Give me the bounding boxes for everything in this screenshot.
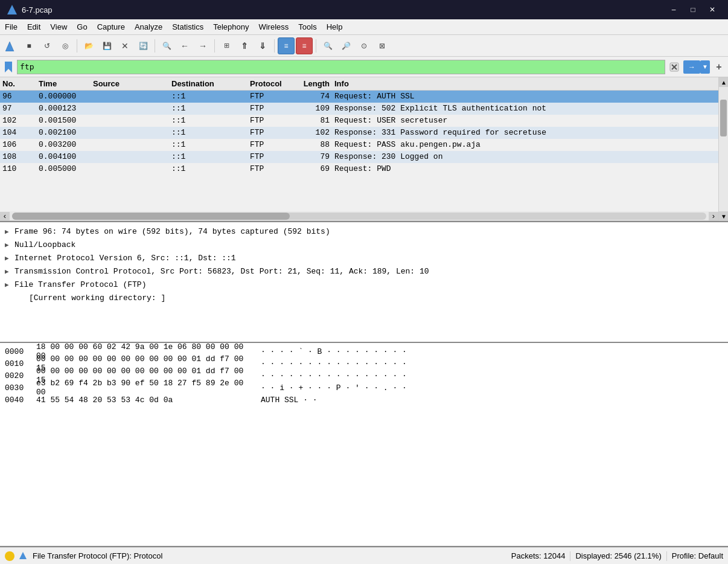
toolbar-zoom-reset-button[interactable]: ⊙ — [356, 37, 372, 54]
detail-text: File Transfer Protocol (FTP) — [14, 280, 146, 289]
cell-proto: FTP — [247, 116, 296, 125]
expand-icon[interactable]: ▶ — [5, 228, 14, 236]
cell-time: 0.000123 — [36, 104, 91, 113]
table-row[interactable]: 108 0.004100 ::1 FTP 79 Response: 230 Lo… — [0, 151, 718, 163]
cell-len: 69 — [296, 164, 332, 173]
menu-view[interactable]: View — [45, 19, 72, 34]
menu-telephony[interactable]: Telephony — [208, 19, 254, 34]
filter-add-button[interactable]: + — [712, 60, 726, 74]
cell-proto: FTP — [247, 140, 296, 149]
scroll-thumb[interactable] — [720, 100, 727, 137]
toolbar-open-button[interactable]: 📂 — [80, 37, 97, 54]
hex-row: 0030 e3 b2 69 f4 2b b3 90 ef 50 18 27 f5… — [5, 382, 723, 394]
toolbar-zoom-out-button[interactable]: 🔎 — [337, 37, 354, 54]
detail-row[interactable]: ▶Internet Protocol Version 6, Src: ::1, … — [2, 251, 726, 264]
hex-bytes: 41 55 54 48 20 53 53 4c 0d 0a — [36, 396, 254, 405]
packet-detail[interactable]: ▶Frame 96: 74 bytes on wire (592 bits), … — [0, 222, 728, 343]
cell-no: 97 — [0, 104, 36, 113]
menu-help[interactable]: Help — [322, 19, 348, 34]
table-row[interactable]: 102 0.001500 ::1 FTP 81 Request: USER se… — [0, 115, 718, 127]
toolbar-close-button[interactable]: ✕ — [117, 37, 133, 54]
cell-dst: ::1 — [169, 116, 247, 125]
toolbar-reload-button[interactable]: 🔄 — [135, 37, 152, 54]
toolbar-goto-button[interactable]: ⊞ — [218, 37, 235, 54]
toolbar-find-button[interactable]: 🔍 — [158, 37, 175, 54]
table-row[interactable]: 110 0.005000 ::1 FTP 69 Request: PWD — [0, 163, 718, 175]
menu-go[interactable]: Go — [72, 19, 92, 34]
header-no: No. — [0, 79, 36, 88]
menu-edit[interactable]: Edit — [22, 19, 45, 34]
menu-capture[interactable]: Capture — [92, 19, 130, 34]
hscroll-thumb[interactable] — [12, 213, 290, 220]
hex-offset: 0020 — [5, 371, 29, 380]
menu-analyze[interactable]: Analyze — [130, 19, 167, 34]
toolbar-resize-button[interactable]: ⊠ — [374, 37, 391, 54]
cell-dst: ::1 — [169, 152, 247, 161]
table-row[interactable]: 104 0.002100 ::1 FTP 102 Response: 331 P… — [0, 127, 718, 139]
expand-icon[interactable]: ▶ — [5, 241, 14, 249]
packet-list-scrollbar[interactable]: ▲ ▼ — [718, 77, 728, 221]
close-button[interactable]: ✕ — [704, 3, 721, 16]
minimize-button[interactable]: – — [665, 3, 682, 16]
toolbar-coloring2-button[interactable]: ≡ — [296, 37, 313, 54]
filter-input[interactable] — [17, 60, 665, 74]
packet-list-body[interactable]: 96 0.000000 ::1 FTP 74 Request: AUTH SSL… — [0, 91, 718, 211]
scroll-up-arrow[interactable]: ▲ — [719, 77, 728, 87]
toolbar-save-button[interactable]: 💾 — [98, 37, 115, 54]
cell-len: 88 — [296, 140, 332, 149]
toolbar-capture-options[interactable]: ◎ — [57, 37, 74, 54]
menu-wireless[interactable]: Wireless — [254, 19, 293, 34]
cell-info: Response: 230 Logged on — [332, 152, 718, 161]
toolbar-coloring-button[interactable]: ≡ — [278, 37, 295, 54]
cell-len: 74 — [296, 92, 332, 101]
table-row[interactable]: 96 0.000000 ::1 FTP 74 Request: AUTH SSL — [0, 91, 718, 103]
header-info: Info — [332, 79, 718, 88]
toolbar-stop-button[interactable]: ■ — [21, 37, 37, 54]
detail-row[interactable]: [Current working directory: ] — [2, 291, 726, 304]
expand-icon[interactable]: ▶ — [5, 268, 14, 275]
detail-text: Null/Loopback — [14, 240, 75, 249]
toolbar-shark-icon[interactable] — [2, 37, 19, 54]
filter-bookmark-icon — [2, 61, 14, 73]
detail-row[interactable]: ▶Frame 96: 74 bytes on wire (592 bits), … — [2, 225, 726, 238]
toolbar-back-button[interactable]: ← — [176, 37, 193, 54]
detail-row[interactable]: ▶File Transfer Protocol (FTP) — [2, 278, 726, 291]
menu-statistics[interactable]: Statistics — [167, 19, 208, 34]
toolbar-restart-button[interactable]: ↺ — [39, 37, 56, 54]
filter-apply-button[interactable]: → — [683, 60, 700, 74]
status-profile: Profile: Default — [672, 551, 723, 561]
detail-row[interactable]: ▶Null/Loopback — [2, 238, 726, 251]
table-row[interactable]: 97 0.000123 ::1 FTP 109 Response: 502 Ex… — [0, 103, 718, 115]
cell-len: 79 — [296, 152, 332, 161]
toolbar-sep-5 — [316, 39, 316, 53]
status-sep-2 — [666, 551, 667, 561]
maximize-button[interactable]: □ — [685, 3, 701, 16]
header-destination: Destination — [169, 79, 247, 88]
scroll-track[interactable] — [719, 87, 728, 211]
status-shark-icon[interactable] — [19, 551, 28, 561]
filter-clear-button[interactable] — [668, 60, 681, 74]
expand-icon[interactable]: ▶ — [5, 254, 14, 262]
table-row[interactable]: 106 0.003200 ::1 FTP 88 Request: PASS ak… — [0, 139, 718, 151]
expand-icon[interactable]: ▶ — [5, 281, 14, 289]
detail-row[interactable]: ▶Transmission Control Protocol, Src Port… — [2, 264, 726, 278]
menu-tools[interactable]: Tools — [293, 19, 321, 34]
cell-time: 0.001500 — [36, 116, 91, 125]
cell-time: 0.004100 — [36, 152, 91, 161]
hex-dump[interactable]: 0000 18 00 00 00 60 02 42 9a 00 1e 06 80… — [0, 343, 728, 547]
hex-offset: 0000 — [5, 347, 29, 356]
toolbar-zoom-in-button[interactable]: 🔍 — [319, 37, 336, 54]
cell-info: Request: PWD — [332, 164, 718, 173]
horizontal-scrollbar[interactable]: ‹ › — [0, 211, 718, 221]
toolbar-first-button[interactable]: ⇑ — [236, 37, 253, 54]
toolbar-sep-3 — [214, 39, 215, 53]
status-displayed: Displayed: 2546 (21.1%) — [575, 551, 661, 561]
cell-time: 0.002100 — [36, 128, 91, 137]
cell-dst: ::1 — [169, 128, 247, 137]
hscroll-track[interactable] — [12, 213, 706, 220]
toolbar-forward-button[interactable]: → — [194, 37, 211, 54]
toolbar-last-button[interactable]: ⇓ — [254, 37, 271, 54]
filter-dropdown-button[interactable]: ▼ — [700, 60, 710, 74]
menu-file[interactable]: File — [0, 19, 22, 34]
scroll-down-arrow[interactable]: ▼ — [719, 211, 728, 221]
